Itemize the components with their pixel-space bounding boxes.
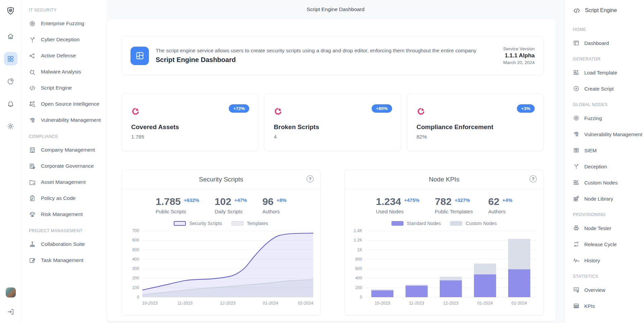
chart-stat-delta: +47%: [234, 198, 247, 203]
right-sidebar-sections: HOMEDashboardGENERATORLoad TemplateCreat…: [565, 24, 644, 314]
right-sidebar-item-siem[interactable]: SIEM: [565, 142, 644, 158]
sidebar-item-label: Corporate Governance: [41, 163, 94, 169]
presentation-icon: [573, 286, 580, 293]
right-sidebar-item-label: Node Tester: [584, 225, 611, 231]
right-sidebar-item-vulnerability-management[interactable]: Vulnerability Management: [565, 126, 644, 142]
clipboard-check-icon: [29, 195, 36, 202]
stat-card-broken-scripts: +80%Broken Scripts4: [264, 94, 401, 151]
rail-analytics-button[interactable]: [4, 74, 17, 88]
right-sidebar-item-custom-nodes[interactable]: Custom Nodes: [565, 174, 644, 191]
right-sidebar-header: Script Engine: [565, 5, 644, 15]
x-axis-tick-label: 01-2024: [477, 301, 493, 306]
x-axis-tick-label: 11-2023: [177, 301, 193, 306]
stat-card-value: 82%: [417, 134, 534, 140]
chart-stat-label: Daily Scripts: [215, 209, 247, 214]
y-axis-tick-label: 700: [132, 228, 139, 233]
y-axis-tick-label: 400: [132, 257, 139, 261]
rail-apps-button[interactable]: [4, 52, 17, 65]
sidebar-item-policy-as-code[interactable]: Policy as Code: [21, 190, 107, 206]
sidebar-item-label: Task Management: [41, 257, 84, 263]
right-sidebar-item-dashboard[interactable]: Dashboard: [565, 35, 644, 51]
right-sidebar-item-label: Release Cycle: [584, 241, 617, 247]
sidebar-item-enterprise-fuzzing[interactable]: Enterprise Fuzzing: [21, 15, 107, 32]
legend-item-templates[interactable]: Templates: [231, 221, 268, 226]
x-axis-tick-label: 01-2024: [263, 301, 278, 306]
stat-cards-row: +72%Covered Assets1.785+80%Broken Script…: [121, 94, 544, 151]
notifications-bell-icon: [7, 100, 14, 108]
stat-card-title: Broken Scripts: [274, 123, 391, 131]
right-sidebar-item-load-template[interactable]: Load Template: [565, 64, 644, 80]
user-avatar[interactable]: [6, 287, 16, 298]
siem-doc-icon: [573, 147, 580, 154]
sidebar-item-task-management[interactable]: Task Management: [21, 252, 107, 268]
right-sidebar-item-deception[interactable]: Deception: [565, 158, 644, 174]
sidebar-section: IT SECURITYEnterprise FuzzingCyber Decep…: [21, 5, 107, 128]
bar-segment-custom-nodes: [474, 263, 496, 274]
sidebar-item-active-defense[interactable]: Active Defense: [21, 48, 107, 64]
list-gear-icon: [29, 163, 36, 170]
settings-gear-icon: [7, 122, 14, 130]
bar-segment-custom-nodes: [508, 239, 530, 269]
sidebar-section: PROJECT MANAGEMENTCollaboration SuiteTas…: [21, 225, 107, 268]
legend-label: Security Scripts: [189, 221, 222, 226]
legend-item-standard-nodes[interactable]: Standard Nodes: [391, 221, 441, 226]
chart-stat-top: 782+327%: [435, 196, 473, 207]
help-icon[interactable]: ?: [307, 175, 314, 182]
sidebar-item-asset-management[interactable]: Asset Management: [21, 174, 107, 190]
y-axis-tick-label: 0: [137, 295, 139, 300]
right-sidebar-item-fuzzing[interactable]: Fuzzing: [565, 110, 644, 126]
growth-badge: +80%: [372, 104, 392, 113]
right-sidebar-section: STATISTICSOverviewKPIs: [565, 271, 644, 314]
right-sidebar-item-kpis[interactable]: KPIs: [565, 298, 644, 314]
sidebar-item-corporate-governance[interactable]: Corporate Governance: [21, 158, 107, 174]
dashboard-tile-icon-wrap: [130, 47, 149, 65]
logo-shield-icon: [6, 6, 15, 15]
right-sidebar-item-create-script[interactable]: Create Script: [565, 80, 644, 97]
right-sidebar-item-release-cycle[interactable]: Release Cycle: [565, 236, 644, 252]
apps-grid-icon: [7, 55, 14, 63]
x-axis-tick-label: 11-2023: [409, 301, 424, 306]
rail-notifications-button[interactable]: [4, 97, 17, 110]
sidebar-item-cyber-deception[interactable]: Cyber Deception: [21, 32, 107, 48]
right-sidebar-section-title: STATISTICS: [565, 271, 644, 282]
rail-logout-button[interactable]: [4, 305, 17, 318]
sidebar-item-script-engine[interactable]: Script Engine: [21, 80, 107, 96]
sidebar-item-vulnerability-management[interactable]: Vulnerability Management: [21, 112, 107, 128]
dashboard-title: Script Engine Dashboard: [156, 56, 503, 64]
grid-plus-icon: [573, 69, 580, 76]
help-icon[interactable]: ?: [530, 175, 537, 182]
right-sidebar-section-title: PROVISIONING: [565, 209, 644, 220]
right-sidebar-item-history[interactable]: History: [565, 252, 644, 268]
sidebar-item-risk-management[interactable]: Risk Management: [21, 206, 107, 222]
legend-item-custom-nodes[interactable]: Custom Nodes: [450, 221, 497, 226]
dashboard-tile-icon: [135, 51, 145, 61]
chart-stat-top: 62+4%: [488, 196, 512, 207]
y-axis-tick-label: 0: [360, 295, 362, 300]
right-sidebar-item-node-library[interactable]: Node Library: [565, 191, 644, 207]
top-bar: Script Engine Dashboard: [107, 0, 565, 18]
sidebar-item-company-management[interactable]: Company Management: [21, 142, 107, 158]
fingerprint-icon: [29, 117, 36, 124]
sidebar-item-malware-analysis[interactable]: Malware Analysis: [21, 64, 107, 80]
chart-stat-label: Authors: [262, 209, 286, 214]
grid-copy-icon: [573, 195, 580, 202]
browser-icon: [573, 40, 580, 46]
right-sidebar: Script Engine HOMEDashboardGENERATORLoad…: [565, 0, 644, 323]
bar-segment-standard-nodes: [440, 280, 462, 297]
rail-logo-button[interactable]: [4, 4, 17, 17]
right-sidebar-item-node-tester[interactable]: Node Tester: [565, 220, 644, 236]
chart-legend: Standard NodesCustom Nodes: [345, 221, 543, 226]
chart-stat-delta: +327%: [454, 198, 470, 203]
right-sidebar-item-overview[interactable]: Overview: [565, 282, 644, 298]
rail-home-button[interactable]: [4, 30, 17, 43]
sidebar-item-open-source-intelligence[interactable]: Open Source Intelligence: [21, 96, 107, 112]
growth-badge: +3%: [517, 104, 535, 113]
sidebar-item-collaboration-suite[interactable]: Collaboration Suite: [21, 236, 107, 252]
sidebar-item-label: Enterprise Fuzzing: [41, 20, 84, 26]
legend-item-security-scripts[interactable]: Security Scripts: [174, 221, 222, 226]
rail-settings-button[interactable]: [4, 119, 17, 133]
refresh-icon: [573, 241, 580, 248]
chart-card-header: Security Scripts?: [122, 170, 320, 189]
right-sidebar-section: PROVISIONINGNode TesterRelease CycleHist…: [565, 209, 644, 268]
code-icon: [29, 85, 36, 92]
